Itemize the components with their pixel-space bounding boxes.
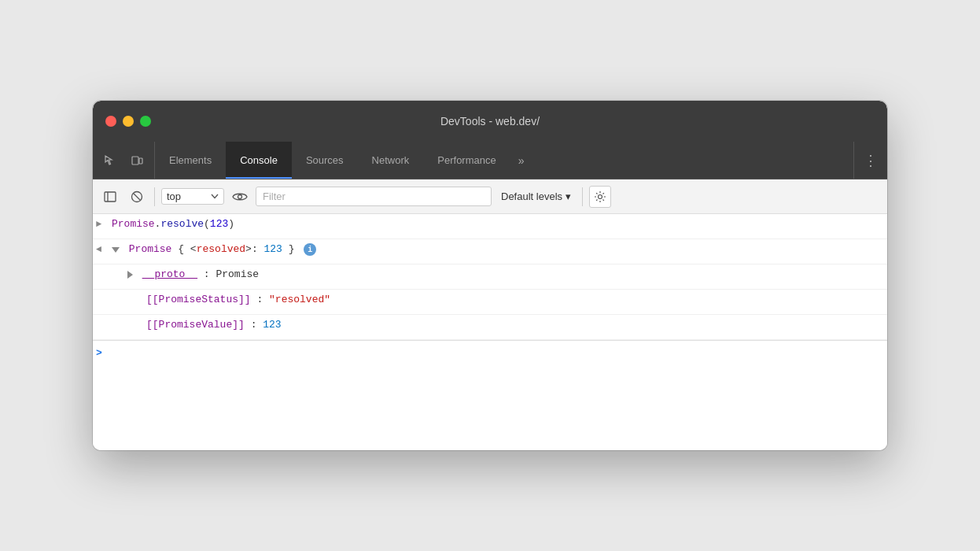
context-arrow-icon xyxy=(211,194,219,199)
tabs-container: Elements Console Sources Network Perform… xyxy=(155,142,853,179)
maximize-button[interactable] xyxy=(140,116,151,127)
svg-rect-0 xyxy=(132,157,138,165)
info-badge[interactable]: i xyxy=(304,243,316,256)
sidebar-toggle-icon[interactable] xyxy=(99,186,121,208)
code-proto-link[interactable]: __proto__ xyxy=(142,268,197,280)
code-value-key: [[PromiseValue]] xyxy=(146,319,245,331)
device-toolbar-icon[interactable] xyxy=(126,150,148,172)
code-status-value: "resolved" xyxy=(269,294,330,305)
window-controls xyxy=(105,116,151,127)
title-bar: DevTools - web.dev/ xyxy=(93,101,887,142)
tab-elements[interactable]: Elements xyxy=(155,142,226,179)
code-method: resolve xyxy=(160,218,204,230)
devtools-icons xyxy=(93,142,155,179)
code-keyword: Promise xyxy=(112,218,155,230)
context-selector[interactable]: top xyxy=(161,188,224,205)
console-toolbar: top Default levels ▾ xyxy=(93,179,887,214)
devtools-window: DevTools - web.dev/ Elements Console xyxy=(93,101,887,450)
inspect-element-icon[interactable] xyxy=(99,150,121,172)
input-caret-icon: > xyxy=(96,347,102,359)
settings-gear-icon[interactable] xyxy=(589,186,611,208)
tab-bar: Elements Console Sources Network Perform… xyxy=(93,142,887,179)
code-number: 123 xyxy=(210,218,228,230)
clear-console-icon[interactable] xyxy=(126,186,148,208)
console-promise-status: [[PromiseStatus]] : "resolved" xyxy=(93,290,887,315)
tab-performance[interactable]: Performance xyxy=(423,142,510,179)
svg-rect-2 xyxy=(105,192,116,202)
code-status-key: [[PromiseStatus]] xyxy=(146,294,251,305)
code-value-number: 123 xyxy=(263,319,281,331)
context-value: top xyxy=(167,190,181,202)
tab-network[interactable]: Network xyxy=(358,142,424,179)
code-promise-label: Promise xyxy=(129,243,178,255)
proto-arrow[interactable] xyxy=(112,268,127,269)
window-title: DevTools - web.dev/ xyxy=(440,115,540,128)
console-entry-input: ► Promise.resolve(123) xyxy=(93,214,887,239)
tab-sources[interactable]: Sources xyxy=(292,142,358,179)
console-input-line[interactable]: > xyxy=(93,340,887,365)
entry-content: Promise.resolve(123) xyxy=(112,218,881,230)
entry-back-arrow[interactable]: ◄ xyxy=(96,243,112,255)
svg-rect-1 xyxy=(139,158,142,164)
entry-arrow[interactable]: ► xyxy=(96,218,112,230)
toolbar-divider-2 xyxy=(582,187,583,206)
more-options-icon[interactable]: ⋮ xyxy=(864,153,878,168)
expand-triangle-icon[interactable] xyxy=(127,271,133,279)
tab-console[interactable]: Console xyxy=(226,142,292,179)
promise-content: Promise { <resolved>: 123 } i xyxy=(112,243,881,256)
proto-content: __proto__ : Promise xyxy=(127,268,881,280)
filter-input[interactable] xyxy=(256,187,492,206)
log-levels-button[interactable]: Default levels ▾ xyxy=(496,187,576,205)
tab-bar-right: ⋮ xyxy=(853,142,887,179)
status-content: [[PromiseStatus]] : "resolved" xyxy=(146,294,881,305)
value-content: [[PromiseValue]] : 123 xyxy=(146,319,881,331)
console-output: ► Promise.resolve(123) ◄ Promise { <reso… xyxy=(93,214,887,450)
toolbar-divider xyxy=(154,187,155,206)
console-promise-value: [[PromiseValue]] : 123 xyxy=(93,315,887,340)
code-resolved-value: 123 xyxy=(264,243,282,255)
console-entry-promise: ◄ Promise { <resolved>: 123 } i xyxy=(93,239,887,264)
value-arrow xyxy=(131,319,146,320)
svg-point-6 xyxy=(238,194,242,198)
tabs-overflow-button[interactable]: » xyxy=(510,142,532,179)
status-arrow xyxy=(131,294,146,294)
svg-line-5 xyxy=(134,193,141,200)
eye-icon[interactable] xyxy=(229,186,251,208)
close-button[interactable] xyxy=(105,116,116,127)
minimize-button[interactable] xyxy=(123,116,134,127)
svg-point-7 xyxy=(599,194,602,198)
console-proto-line: __proto__ : Promise xyxy=(93,264,887,290)
collapse-triangle-icon[interactable] xyxy=(112,247,120,253)
